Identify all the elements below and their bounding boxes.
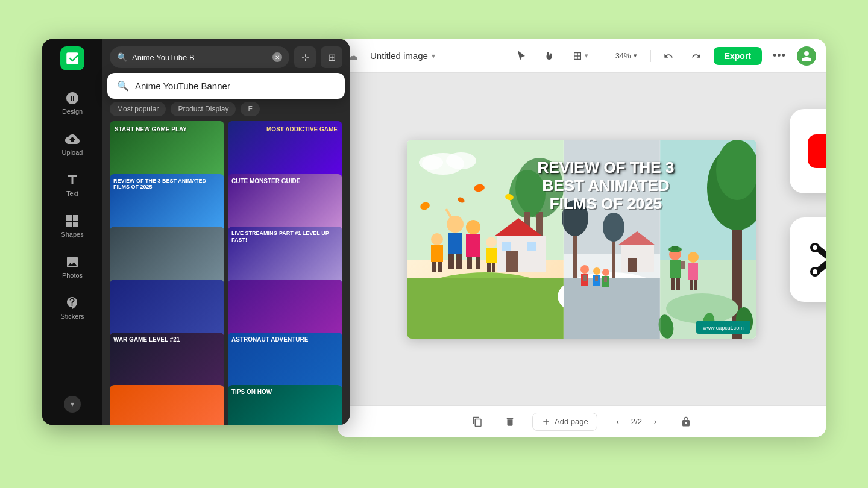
svg-text:BEST ANIMATED: BEST ANIMATED [542,177,670,195]
export-button[interactable]: Export [714,47,762,65]
svg-rect-14 [506,251,518,272]
ai-icon: ⊹ [301,52,309,63]
svg-rect-18 [448,233,462,254]
text-icon [65,173,80,187]
sidebar-item-design[interactable]: Design [48,83,96,124]
design-icon [65,91,80,105]
design-label: Design [62,108,83,115]
youtube-play-button [808,134,826,168]
divider [602,50,602,62]
delete-icon [505,416,515,427]
tab-most-popular[interactable]: Most popular [110,102,166,116]
more-icon: ••• [773,49,786,62]
expand-button[interactable]: ▾ [64,396,81,413]
page-nav: ‹ 2/2 › [609,413,664,430]
svg-rect-26 [431,245,443,262]
sidebar-expand: ▾ [48,396,96,413]
undo-icon [664,51,673,61]
tab-product-display[interactable]: Product Display [171,102,236,116]
pointer-tool-button[interactable] [511,46,532,66]
next-page-button[interactable]: › [647,413,664,430]
logo-icon [64,51,80,66]
sidebar-item-shapes[interactable]: Shapes [48,205,96,246]
stickers-icon [65,296,80,310]
svg-rect-12 [497,236,546,272]
tab-more[interactable]: F [241,102,259,116]
add-page-button[interactable]: Add page [532,413,597,431]
bottom-bar: Add page ‹ 2/2 › [338,405,826,437]
svg-rect-32 [492,263,495,272]
svg-point-99 [813,269,817,274]
clear-button[interactable]: ✕ [272,52,282,62]
app-logo[interactable] [60,46,84,70]
svg-point-29 [486,237,497,248]
text-label: Text [66,190,78,197]
zoom-chevron-icon: ▾ [634,52,637,60]
left-panel: Design Upload Text Shapes [42,39,350,425]
stickers-label: Stickers [60,313,84,320]
template-card[interactable]: AMAZING GAME [110,385,224,425]
search-input[interactable] [132,53,268,62]
search-input-box[interactable]: 🔍 ✕ [110,46,289,68]
svg-rect-30 [486,248,497,263]
search-bar-row: 🔍 ✕ ⊹ ⊞ [102,39,350,73]
canvas-frame[interactable]: REVIEW OF THE 3 BEST ANIMATED FILMS OF 2… [407,140,756,339]
redo-icon [691,51,701,61]
svg-text:www.capcut.com: www.capcut.com [702,325,744,331]
more-button[interactable]: ••• [769,46,790,66]
page-current: 2 [631,417,635,426]
youtube-float-logo [790,109,826,193]
svg-rect-27 [432,262,436,272]
svg-rect-22 [466,234,480,257]
sidebar-item-text[interactable]: Text [48,164,96,205]
svg-rect-11 [407,278,564,339]
sidebar-item-stickers[interactable]: Stickers [48,287,96,328]
svg-point-21 [466,220,480,234]
search-area: 🔍 ✕ ⊹ ⊞ 🔍 Anime YouTube Banner Most popu… [102,39,350,425]
svg-point-97 [813,245,817,250]
page-total: 2 [638,417,642,426]
hand-tool-button[interactable] [539,46,559,66]
sidebar: Design Upload Text Shapes [42,39,102,425]
card-label: Live Streaming PART #1 LEVEL UP FAST! [231,230,339,243]
search-suggestion-popup[interactable]: 🔍 Anime YouTube Banner [107,73,345,99]
sidebar-item-photos[interactable]: Photos [48,246,96,287]
sidebar-item-upload[interactable]: Upload [48,124,96,164]
search-icon: 🔍 [117,52,127,62]
svg-rect-31 [487,263,491,272]
avatar-icon [800,50,813,62]
duplicate-page-button[interactable] [467,411,488,432]
chevron-down-icon: ▾ [71,400,74,408]
ai-search-button[interactable]: ⊹ [294,46,316,68]
capcut-logo-icon [808,242,826,278]
add-page-icon [541,417,551,427]
divider-2 [650,50,651,62]
prev-page-button[interactable]: ‹ [609,413,626,430]
templates-grid: START NEW GAME PLAY MOST ADDICTIVE GAME [102,121,350,425]
card-label: TIPS ON HOW [231,389,339,396]
shapes-icon [65,214,80,228]
doc-title: Untitled image [370,51,428,61]
zoom-control[interactable]: 34% ▾ [609,49,643,63]
undo-button[interactable] [658,46,679,66]
doc-title-button[interactable]: Untitled image ▾ [365,48,440,63]
right-panel: ☁ Untitled image ▾ [338,39,826,437]
filter-button[interactable]: ⊞ [321,46,342,68]
page-indicator: 2/2 [631,417,642,426]
upload-icon [65,132,80,146]
delete-page-button[interactable] [500,411,520,432]
photos-label: Photos [62,272,83,279]
svg-rect-16 [527,242,536,251]
shapes-label: Shapes [61,231,83,238]
filter-icon: ⊞ [328,52,336,63]
lock-button[interactable] [676,411,696,432]
canvas-area[interactable]: REVIEW OF THE 3 BEST ANIMATED FILMS OF 2… [338,73,826,405]
user-avatar[interactable] [797,46,816,66]
canvas-content: REVIEW OF THE 3 BEST ANIMATED FILMS OF 2… [407,140,756,339]
zoom-level: 34% [615,51,631,60]
layout-tool-button[interactable]: ▾ [567,49,594,63]
title-chevron-icon: ▾ [432,52,435,60]
redo-button[interactable] [686,46,706,66]
template-card[interactable]: TIPS ON HOW [228,385,342,425]
svg-point-5 [419,155,443,170]
